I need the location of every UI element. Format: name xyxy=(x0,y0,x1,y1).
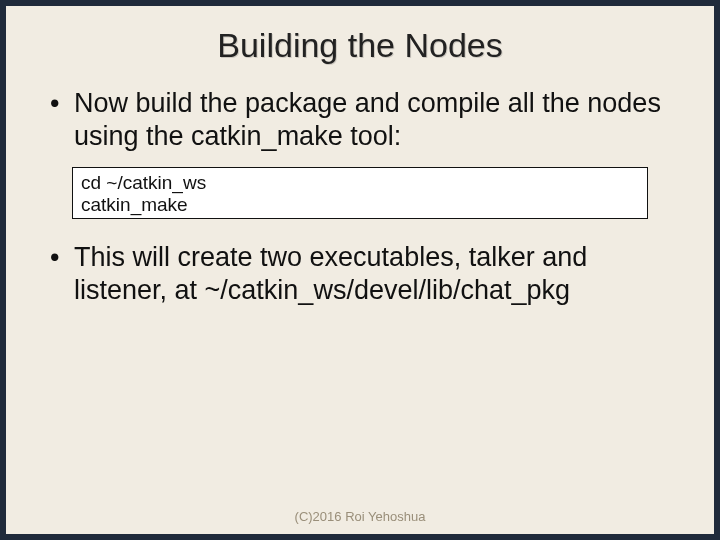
bullet-item: This will create two executables, talker… xyxy=(46,241,678,307)
code-block: cd ~/catkin_ws catkin_make xyxy=(72,167,648,219)
bullet-list: This will create two executables, talker… xyxy=(46,241,678,307)
bullet-list: Now build the package and compile all th… xyxy=(46,87,678,153)
code-line: catkin_make xyxy=(81,194,188,215)
bullet-item: Now build the package and compile all th… xyxy=(46,87,678,153)
slide-frame: Building the Nodes Now build the package… xyxy=(0,0,720,540)
slide-body: Building the Nodes Now build the package… xyxy=(6,6,714,534)
footer-copyright: (C)2016 Roi Yehoshua xyxy=(6,509,714,524)
code-line: cd ~/catkin_ws xyxy=(81,172,206,193)
page-title: Building the Nodes xyxy=(42,26,678,65)
